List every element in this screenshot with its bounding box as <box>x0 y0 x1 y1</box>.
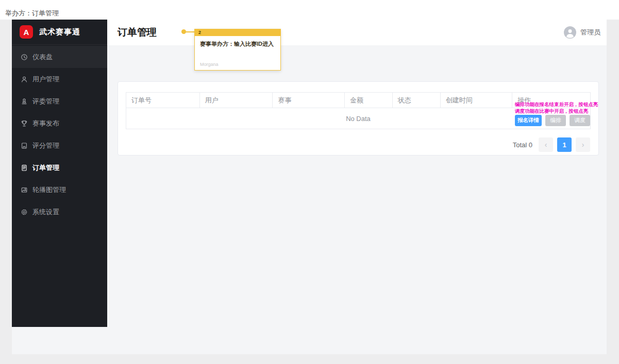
prev-page-button[interactable]: ‹ <box>539 137 553 152</box>
app-logo: A 武术赛事通 <box>12 20 107 45</box>
sidebar-item-events[interactable]: 赛事发布 <box>12 112 107 134</box>
sidebar-menu: 仪表盘用户管理评委管理赛事发布评分管理订单管理轮播图管理系统设置 <box>12 45 107 223</box>
sidebar-item-judges[interactable]: 评委管理 <box>12 90 107 112</box>
dashboard-icon <box>21 54 28 61</box>
pagination-total: Total 0 <box>513 141 532 149</box>
judge-icon <box>21 98 28 105</box>
sidebar-item-users[interactable]: 用户管理 <box>12 68 107 90</box>
sidebar-item-scores[interactable]: 评分管理 <box>12 134 107 157</box>
operation-note-line1: 编排功能在报名结束后开启，按钮点亮 <box>515 101 598 108</box>
avatar-icon <box>564 26 576 39</box>
page-caption: 举办方：订单管理 <box>5 9 59 18</box>
annotation-badge: 2 <box>195 29 280 36</box>
sidebar-item-orders[interactable]: 订单管理 <box>12 157 107 179</box>
sidebar-item-label: 系统设置 <box>32 207 59 217</box>
sidebar-item-label: 评委管理 <box>32 97 59 106</box>
logo-icon: A <box>20 25 33 39</box>
sidebar-item-label: 赛事发布 <box>32 119 59 128</box>
sidebar-item-settings[interactable]: 系统设置 <box>12 201 107 223</box>
annotation-tooltip: 2 赛事举办方：输入比赛ID进入 Morgana <box>194 29 281 71</box>
annotation-line <box>185 31 195 32</box>
annotation-text: 赛事举办方：输入比赛ID进入 <box>195 36 280 48</box>
sidebar-item-label: 轮播图管理 <box>32 185 66 195</box>
sidebar-item-label: 评分管理 <box>32 141 59 150</box>
score-icon <box>21 142 28 149</box>
carousel-icon <box>21 186 28 194</box>
user-icon <box>21 76 28 83</box>
dispatch-button: 调度 <box>570 115 590 126</box>
user-menu[interactable]: 管理员 <box>564 26 600 39</box>
page-caption-bar: 举办方：订单管理 <box>0 0 619 20</box>
arrange-button: 编排 <box>545 115 566 126</box>
user-name: 管理员 <box>580 28 600 37</box>
column-header-6: 创建时间 <box>441 93 513 108</box>
sidebar-item-carousel[interactable]: 轮播图管理 <box>12 179 107 201</box>
page-1-button[interactable]: 1 <box>557 137 572 152</box>
column-header-5: 状态 <box>393 93 441 108</box>
app-title: 武术赛事通 <box>39 27 80 37</box>
signup-detail-button[interactable]: 报名详情 <box>515 115 542 126</box>
column-header-4: 金额 <box>345 93 393 108</box>
column-header-2: 用户 <box>200 93 273 108</box>
column-header-3: 赛事 <box>273 93 345 108</box>
column-header-1: 订单号 <box>126 93 200 108</box>
next-page-button[interactable]: › <box>576 137 590 152</box>
sidebar-item-dashboard[interactable]: 仪表盘 <box>12 46 107 68</box>
trophy-icon <box>21 120 28 127</box>
orders-card: 订单号用户赛事金额状态创建时间操作 No Data 编排功能在报名结束后开启，按… <box>118 81 599 155</box>
sidebar-item-label: 订单管理 <box>32 163 59 172</box>
app-frame: A 武术赛事通 仪表盘用户管理评委管理赛事发布评分管理订单管理轮播图管理系统设置… <box>12 20 607 354</box>
operation-note-line2: 调度功能在比赛中开启，按钮点亮 <box>515 108 598 115</box>
sidebar: A 武术赛事通 仪表盘用户管理评委管理赛事发布评分管理订单管理轮播图管理系统设置 <box>12 20 107 327</box>
settings-icon <box>21 209 28 216</box>
sidebar-item-label: 仪表盘 <box>32 53 53 62</box>
empty-text: No Data <box>346 115 371 123</box>
annotation-watermark: Morgana <box>200 62 219 67</box>
pagination: Total 0 ‹ 1 › <box>513 137 590 152</box>
sidebar-item-label: 用户管理 <box>32 75 59 84</box>
page-title: 订单管理 <box>118 26 157 39</box>
operation-note: 编排功能在报名结束后开启，按钮点亮 调度功能在比赛中开启，按钮点亮 <box>515 101 598 114</box>
order-icon <box>21 164 28 171</box>
operation-buttons: 报名详情编排调度 <box>515 115 590 126</box>
